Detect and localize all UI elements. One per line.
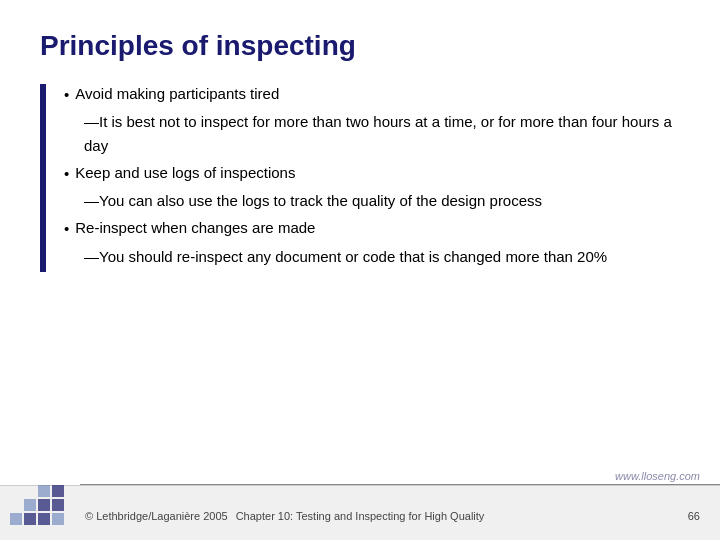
logo-cell bbox=[38, 485, 50, 497]
chapter-text: Chapter 10: Testing and Inspecting for H… bbox=[236, 510, 485, 522]
logo-cell bbox=[52, 513, 64, 525]
sub-item-2: —You can also use the logs to track the … bbox=[84, 189, 680, 212]
slide-title: Principles of inspecting bbox=[40, 30, 680, 62]
bullet-symbol-1: • bbox=[64, 83, 69, 106]
logo-area bbox=[10, 485, 80, 530]
bullet-item-2: • Keep and use logs of inspections bbox=[64, 161, 680, 185]
left-accent-bar bbox=[40, 84, 46, 272]
page-number: 66 bbox=[688, 510, 700, 522]
sub-item-1: —It is best not to inspect for more than… bbox=[84, 110, 680, 157]
logo-cell bbox=[38, 513, 50, 525]
logo-cell bbox=[38, 499, 50, 511]
logo-cell bbox=[24, 485, 36, 497]
bullet-text-2: Keep and use logs of inspections bbox=[75, 161, 295, 184]
copyright-text: © Lethbridge/Laganière 2005 bbox=[85, 510, 228, 522]
logo-grid bbox=[10, 485, 80, 525]
bullet-symbol-3: • bbox=[64, 217, 69, 240]
bullet-text-3: Re-inspect when changes are made bbox=[75, 216, 315, 239]
website-text: www.lloseng.com bbox=[615, 470, 700, 482]
logo-cell bbox=[24, 499, 36, 511]
logo-cell bbox=[52, 485, 64, 497]
sub-text-1: —It is best not to inspect for more than… bbox=[84, 113, 672, 153]
logo-cell bbox=[52, 499, 64, 511]
bullet-symbol-2: • bbox=[64, 162, 69, 185]
sub-text-3: —You should re-inspect any document or c… bbox=[84, 248, 607, 265]
sub-item-3: —You should re-inspect any document or c… bbox=[84, 245, 680, 268]
logo-cell bbox=[10, 499, 22, 511]
logo-cell bbox=[10, 485, 22, 497]
bullet-item-3: • Re-inspect when changes are made bbox=[64, 216, 680, 240]
bullet-item-1: • Avoid making participants tired bbox=[64, 82, 680, 106]
content-area: • Avoid making participants tired —It is… bbox=[40, 82, 680, 272]
sub-text-2: —You can also use the logs to track the … bbox=[84, 192, 542, 209]
slide: Principles of inspecting • Avoid making … bbox=[0, 0, 720, 540]
bullet-text-1: Avoid making participants tired bbox=[75, 82, 279, 105]
content-list: • Avoid making participants tired —It is… bbox=[64, 82, 680, 272]
logo-cell bbox=[24, 513, 36, 525]
logo-cell bbox=[10, 513, 22, 525]
